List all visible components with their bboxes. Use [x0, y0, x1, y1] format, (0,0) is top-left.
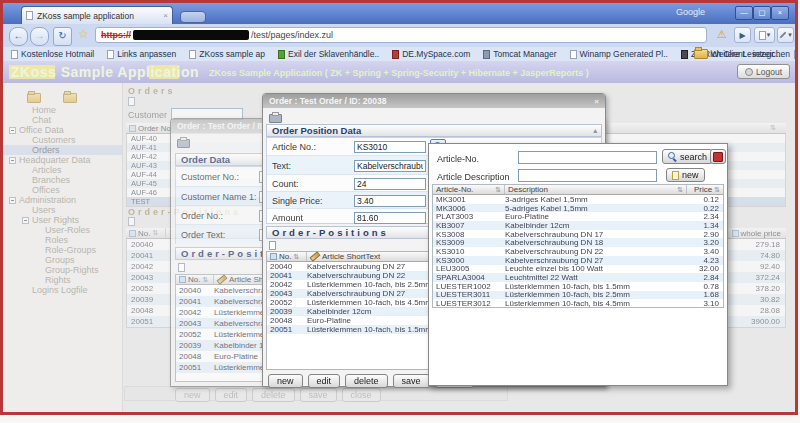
page-menu-button[interactable]: ▾	[754, 27, 775, 43]
bookmark-item[interactable]: Exil der Sklavenhändle..	[278, 49, 379, 59]
bookmark-item[interactable]: New ZUL Title	[794, 49, 798, 59]
position-action-button[interactable]: edit	[308, 374, 341, 388]
sidebar-tree-item[interactable]: Roles	[3, 235, 122, 245]
sidebar-tree-item[interactable]: Orders	[3, 145, 122, 155]
back-button[interactable]: ←	[9, 27, 28, 46]
count-input[interactable]	[354, 178, 426, 190]
main-action-button[interactable]: save	[300, 388, 337, 402]
sidebar-tree-item[interactable]: Groups	[3, 255, 122, 265]
main-action-button[interactable]: new	[175, 388, 210, 402]
reload-button[interactable]: ↻	[53, 27, 72, 46]
new-position-icon[interactable]	[269, 241, 276, 250]
article-row[interactable]: PLAT3003 Euro-Platine 2.34	[433, 212, 723, 221]
close-icon[interactable]: ×	[594, 97, 599, 106]
single-price-input[interactable]	[354, 195, 426, 207]
tree-item-label: Roles	[45, 235, 68, 245]
article-row[interactable]: MK3001 3-adriges Kabel 1,5mm 0.12	[433, 195, 723, 204]
bookmark-item[interactable]: Kostenlose Hotmail	[11, 49, 94, 59]
sidebar-tree-item[interactable]: Users	[3, 205, 122, 215]
tree-expander-icon[interactable]	[9, 197, 16, 204]
article-description-input[interactable]	[518, 169, 657, 182]
sidebar-tree-item[interactable]: Chat	[3, 115, 122, 125]
popup-close-button[interactable]	[710, 149, 726, 164]
new-position-icon[interactable]	[178, 263, 185, 272]
bookmark-item[interactable]: ZKoss sample ap	[189, 49, 265, 59]
warning-icon[interactable]: ⚠	[717, 28, 727, 41]
article-row[interactable]: KS3010 Kabelverschraubung DN 22 3.40	[433, 247, 723, 256]
sidebar-tree-item[interactable]: Logins Logfile	[3, 285, 122, 295]
positions-toolbar-icon[interactable]	[128, 217, 135, 226]
sidebar-tree-item[interactable]: Home	[3, 105, 122, 115]
sidebar-tree-item[interactable]: Customers	[3, 135, 122, 145]
tab-close-icon[interactable]: ×	[163, 11, 168, 20]
bookmark-star-icon[interactable]: ☆	[78, 27, 89, 41]
other-bookmarks-button[interactable]: Weitere Lesezeichen	[694, 49, 790, 59]
window-close-button[interactable]: ×	[771, 6, 789, 20]
logout-button[interactable]: Logout	[737, 64, 790, 79]
no-column-header[interactable]: No. ⇅	[176, 275, 214, 284]
sidebar-tree-item[interactable]: Headquarter Data	[3, 155, 122, 165]
new-tab-button[interactable]	[180, 11, 206, 23]
go-button[interactable]: ▶	[734, 27, 751, 43]
tree-expander-icon[interactable]	[22, 217, 29, 224]
article-row[interactable]: MK3006 5-adriges Kabel 1,5mm 0.22	[433, 204, 723, 213]
article-row[interactable]: KS3008 Kabelverschraubung DN 17 2.90	[433, 230, 723, 239]
new-article-button[interactable]: new	[666, 168, 705, 182]
sort-icon[interactable]: ⇅	[770, 124, 776, 132]
sidebar-tree-item[interactable]: Offices	[3, 185, 122, 195]
browser-tab[interactable]: ZKoss sample application ×	[21, 6, 173, 24]
no-column-header[interactable]: No. ⇅	[267, 252, 307, 261]
bookmark-item[interactable]: Winamp Generated Pl..	[570, 49, 668, 59]
sidebar-tree-item[interactable]: User Rights	[3, 215, 122, 225]
whole-price-column-header[interactable]: whole price	[729, 228, 784, 238]
print-icon[interactable]	[269, 114, 282, 123]
url-bar[interactable]: https:// /test/pages/index.zul	[95, 27, 707, 43]
sidebar-tree-item[interactable]: Branches	[3, 175, 122, 185]
main-action-button[interactable]: edit	[215, 388, 248, 402]
main-action-button[interactable]: delete	[252, 388, 295, 402]
sidebar-tree-item[interactable]: Group-Rights	[3, 265, 122, 275]
bookmark-item[interactable]: DE.MySpace.com	[392, 49, 470, 59]
description-column-header[interactable]: Description ⇅	[505, 185, 687, 194]
tree-expander-icon[interactable]	[9, 157, 16, 164]
article-row[interactable]: LUESTER3012 Lüsterklemmen 10-fach, bis 4…	[433, 299, 723, 308]
bookmark-item[interactable]: Links anpassen	[107, 49, 176, 59]
sidebar-tree-item[interactable]: Rights	[3, 275, 122, 285]
article-row[interactable]: SPARLA3004 Leuchtmittel 22 Watt 2.84	[433, 273, 723, 282]
no-column-header[interactable]: No. ⇅	[126, 228, 166, 238]
article-row[interactable]: KB3007 Kabelbinder 12cm 1.34	[433, 221, 723, 230]
collapse-icon[interactable]: ▴	[593, 127, 597, 135]
forward-button[interactable]: →	[30, 27, 49, 46]
search-button[interactable]: search	[662, 149, 713, 164]
bookmark-item[interactable]: Tomcat Manager	[483, 49, 556, 59]
sidebar-tree-item[interactable]: Role-Groups	[3, 245, 122, 255]
article-no-search-input[interactable]	[518, 151, 657, 164]
article-row[interactable]: KS3000 Kabelverschraubung DN 27 4.23	[433, 256, 723, 265]
tree-expander-icon[interactable]	[9, 127, 16, 134]
window-minimize-button[interactable]: —	[735, 6, 753, 20]
price-column-header[interactable]: Price ⇅	[687, 185, 723, 194]
window-maximize-button[interactable]: ▢	[753, 6, 771, 20]
position-action-button[interactable]: delete	[345, 374, 388, 388]
article-no-column-header[interactable]: Article-No. ⇅	[433, 185, 505, 194]
text-input[interactable]	[354, 160, 426, 172]
article-row[interactable]: LEU3005 Leuchte einzel bis 100 Watt 32.0…	[433, 265, 723, 274]
main-action-button[interactable]: close	[342, 388, 381, 402]
article-no-input[interactable]	[354, 141, 426, 153]
article-row[interactable]: LUESTER3011 Lüsterklemmen 10-fach, bis 2…	[433, 291, 723, 300]
position-action-button[interactable]: save	[393, 374, 430, 388]
position-window-titlebar[interactable]: Order : Test Order / ID: 20038 ×	[263, 94, 605, 108]
sidebar-tree-item[interactable]: User-Roles	[3, 225, 122, 235]
position-action-button[interactable]: new	[268, 374, 303, 388]
print-icon[interactable]	[177, 139, 190, 148]
article-row[interactable]: LUESTER1002 Lüsterklemmen 10-fach, bis 1…	[433, 282, 723, 291]
sidebar-tree-item[interactable]: Office Data	[3, 125, 122, 135]
amount-input[interactable]	[354, 212, 426, 224]
sidebar-tree-item[interactable]: Articles	[3, 165, 122, 175]
sidebar-tree-item[interactable]: Administration	[3, 195, 122, 205]
tools-menu-button[interactable]: ▾	[777, 27, 794, 43]
article-row[interactable]: KS3009 Kabelverschraubung DN 18 3.20	[433, 238, 723, 247]
expand-all-folder-icon[interactable]	[63, 93, 77, 103]
collapse-all-folder-icon[interactable]	[27, 93, 41, 103]
orders-toolbar-icon[interactable]	[128, 97, 135, 106]
